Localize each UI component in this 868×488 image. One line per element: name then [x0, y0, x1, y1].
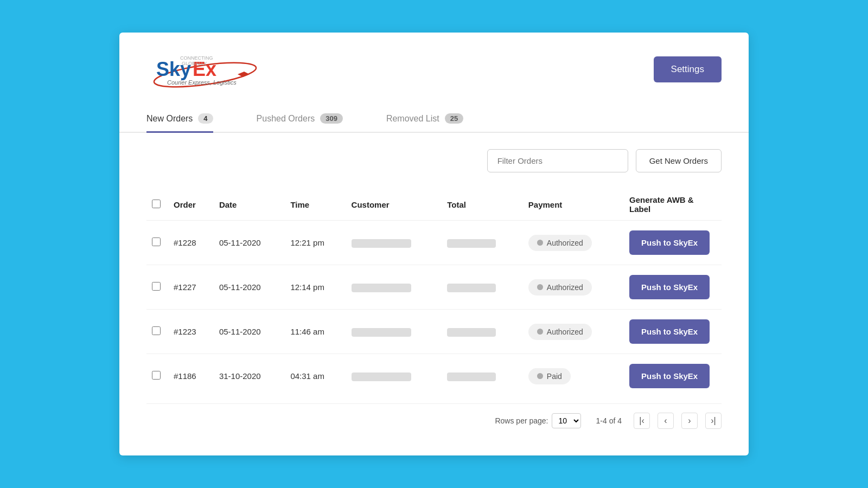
col-date: Date [214, 189, 285, 221]
skyex-logo: Sky Ex Courier Express, Logistics CONNEC… [146, 49, 266, 89]
tab-new-orders[interactable]: New Orders 4 [146, 106, 213, 133]
row-date-1186: 31-10-2020 [214, 354, 285, 399]
row-time-1186: 04:31 am [285, 354, 346, 399]
svg-text:Courier Express, Logistics: Courier Express, Logistics [167, 79, 237, 86]
row-payment-1227: Authorized [523, 265, 624, 310]
rows-per-page-text: Rows per page: [495, 416, 548, 425]
first-page-button[interactable]: |‹ [634, 413, 650, 429]
row-order-1227: #1227 [168, 265, 214, 310]
row-checkbox-cell [146, 221, 168, 265]
payment-badge-1223: Authorized [528, 324, 592, 340]
payment-badge-1227: Authorized [528, 279, 592, 296]
table-header-row: Order Date Time Customer Total Payment G… [146, 189, 722, 221]
row-action-1186: Push to SkyEx [624, 354, 722, 399]
orders-table: Order Date Time Customer Total Payment G… [146, 189, 722, 398]
page-info: 1-4 of 4 [596, 416, 622, 425]
tab-removed-list[interactable]: Removed List 25 [386, 106, 463, 133]
payment-status-1186: Paid [547, 372, 562, 381]
payment-dot-1227 [537, 284, 543, 290]
row-checkbox-1228[interactable] [152, 237, 161, 246]
row-time-1228: 12:21 pm [285, 221, 346, 265]
total-blurred-1186 [447, 373, 496, 381]
svg-text:GLOBALLY: GLOBALLY [182, 61, 207, 66]
row-checkbox-1223[interactable] [152, 326, 161, 335]
row-customer-1186 [346, 354, 442, 399]
row-total-1186 [442, 354, 523, 399]
row-payment-1186: Paid [523, 354, 624, 399]
col-generate-awb: Generate AWB & Label [624, 189, 722, 221]
table-row: #1186 31-10-2020 04:31 am Paid Push to S… [146, 354, 722, 399]
tab-pushed-orders[interactable]: Pushed Orders 309 [257, 106, 343, 133]
total-blurred-1228 [447, 239, 496, 248]
row-time-1223: 11:46 am [285, 310, 346, 354]
total-blurred-1223 [447, 328, 496, 337]
row-date-1228: 05-11-2020 [214, 221, 285, 265]
tab-pushed-orders-label: Pushed Orders [257, 114, 315, 124]
push-to-skyex-button-1227[interactable]: Push to SkyEx [629, 275, 710, 299]
toolbar: Get New Orders [146, 149, 722, 172]
col-payment: Payment [523, 189, 624, 221]
last-page-button[interactable]: ›| [705, 413, 722, 429]
row-payment-1228: Authorized [523, 221, 624, 265]
col-total: Total [442, 189, 523, 221]
content-area: Get New Orders Order Date Time Customer … [119, 133, 749, 445]
col-customer: Customer [346, 189, 442, 221]
row-customer-1227 [346, 265, 442, 310]
tab-removed-list-label: Removed List [386, 114, 439, 124]
tab-new-orders-badge: 4 [198, 113, 213, 124]
table-row: #1228 05-11-2020 12:21 pm Authorized Pus… [146, 221, 722, 265]
row-checkbox-cell [146, 354, 168, 399]
customer-blurred-1228 [352, 239, 411, 248]
row-time-1227: 12:14 pm [285, 265, 346, 310]
payment-badge-1186: Paid [528, 368, 571, 384]
select-all-checkbox[interactable] [152, 200, 161, 208]
payment-status-1228: Authorized [547, 239, 583, 247]
push-to-skyex-button-1186[interactable]: Push to SkyEx [629, 364, 710, 388]
row-action-1227: Push to SkyEx [624, 265, 722, 310]
row-total-1227 [442, 265, 523, 310]
svg-text:CONNECTING: CONNECTING [180, 55, 213, 61]
tab-pushed-orders-badge: 309 [320, 113, 343, 124]
get-new-orders-button[interactable]: Get New Orders [636, 149, 722, 172]
row-date-1227: 05-11-2020 [214, 265, 285, 310]
prev-page-button[interactable]: ‹ [658, 413, 674, 429]
col-checkbox [146, 189, 168, 221]
row-checkbox-1186[interactable] [152, 371, 161, 380]
rows-per-page-select[interactable]: 10 25 50 [552, 413, 581, 428]
payment-dot-1223 [537, 329, 543, 335]
svg-marker-1 [238, 72, 250, 77]
row-total-1223 [442, 310, 523, 354]
row-total-1228 [442, 221, 523, 265]
row-payment-1223: Authorized [523, 310, 624, 354]
next-page-button[interactable]: › [681, 413, 698, 429]
main-card: Sky Ex Courier Express, Logistics CONNEC… [119, 33, 749, 455]
row-action-1223: Push to SkyEx [624, 310, 722, 354]
payment-dot-1228 [537, 240, 543, 246]
filter-orders-input[interactable] [487, 149, 628, 172]
row-order-1228: #1228 [168, 221, 214, 265]
row-checkbox-cell [146, 265, 168, 310]
customer-blurred-1186 [352, 373, 411, 381]
row-checkbox-1227[interactable] [152, 282, 161, 291]
row-action-1228: Push to SkyEx [624, 221, 722, 265]
payment-status-1223: Authorized [547, 328, 583, 336]
row-customer-1223 [346, 310, 442, 354]
payment-dot-1186 [537, 373, 543, 379]
logo-area: Sky Ex Courier Express, Logistics CONNEC… [146, 49, 266, 89]
header: Sky Ex Courier Express, Logistics CONNEC… [119, 33, 749, 100]
customer-blurred-1227 [352, 284, 411, 292]
rows-per-page-label: Rows per page: 10 25 50 [495, 413, 584, 428]
tabs-bar: New Orders 4 Pushed Orders 309 Removed L… [119, 106, 749, 133]
payment-status-1227: Authorized [547, 283, 583, 292]
payment-badge-1228: Authorized [528, 235, 592, 251]
row-customer-1228 [346, 221, 442, 265]
table-row: #1223 05-11-2020 11:46 am Authorized Pus… [146, 310, 722, 354]
row-order-1223: #1223 [168, 310, 214, 354]
settings-button[interactable]: Settings [654, 56, 722, 82]
tab-new-orders-label: New Orders [146, 114, 193, 124]
customer-blurred-1223 [352, 328, 411, 337]
tab-removed-list-badge: 25 [445, 113, 463, 124]
push-to-skyex-button-1228[interactable]: Push to SkyEx [629, 230, 710, 255]
pagination-bar: Rows per page: 10 25 50 1-4 of 4 |‹ ‹ › … [146, 403, 722, 429]
push-to-skyex-button-1223[interactable]: Push to SkyEx [629, 319, 710, 344]
